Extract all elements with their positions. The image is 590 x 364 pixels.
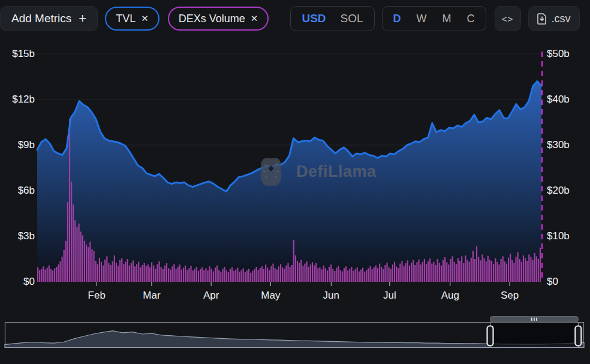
plus-icon: + (79, 12, 86, 25)
watermark-text: DefiLlama (296, 163, 377, 181)
right-axis-label: $50b (547, 48, 582, 60)
chip-dexs-volume-label: DEXs Volume (179, 13, 245, 25)
left-axis-label: $3b (0, 230, 35, 242)
currency-option-usd[interactable]: USD (302, 12, 326, 25)
x-axis-label: Sep (490, 290, 529, 302)
x-axis-label: Aug (431, 290, 469, 302)
csv-download-icon (537, 13, 547, 25)
left-axis-label: $6b (0, 185, 35, 197)
left-axis-label: $9b (0, 139, 35, 151)
x-axis-label: Mar (133, 290, 171, 302)
csv-label: .csv (552, 13, 571, 25)
interval-toggle: D W M C (382, 6, 486, 31)
defillama-watermark: DefiLlama (254, 155, 377, 188)
csv-download-button[interactable]: .csv (528, 6, 580, 31)
range-navigator[interactable] (0, 312, 590, 364)
x-axis-label: Jun (312, 290, 350, 302)
interval-option-weekly[interactable]: W (417, 13, 427, 25)
brush-handle-left (487, 326, 493, 346)
x-axis-label: Feb (77, 290, 116, 302)
defillama-chart-page: Add Metrics + TVL ✕ DEXs Volume ✕ USD SO… (0, 0, 590, 364)
right-axis-label: $0 (547, 276, 582, 288)
brush-handle-right (575, 326, 581, 346)
metric-chip-tvl[interactable]: TVL ✕ (105, 7, 159, 31)
x-axis-label: May (251, 290, 290, 302)
x-axis-ticks (97, 282, 510, 286)
embed-code-icon: <> (502, 14, 514, 24)
x-axis-label: Jul (371, 290, 409, 302)
add-metrics-label: Add Metrics (11, 12, 71, 25)
defillama-llama-icon (254, 155, 288, 188)
right-axis-label: $20b (547, 185, 582, 197)
x-axis-label: Apr (192, 290, 230, 302)
left-axis-label: $15b (0, 48, 35, 60)
metric-chip-dexs-volume[interactable]: DEXs Volume ✕ (168, 7, 269, 31)
embed-chart-button[interactable]: <> (495, 6, 521, 31)
chip-tvl-label: TVL (116, 13, 136, 25)
navigator-canvas[interactable] (0, 312, 590, 364)
right-axis-label: $10b (547, 230, 582, 242)
currency-option-sol[interactable]: SOL (341, 12, 363, 25)
add-metrics-button[interactable]: Add Metrics + (0, 6, 98, 31)
toolbar: Add Metrics + TVL ✕ DEXs Volume ✕ USD SO… (0, 6, 580, 31)
interval-option-daily[interactable]: D (393, 13, 401, 25)
interval-option-monthly[interactable]: M (442, 13, 451, 25)
close-icon[interactable]: ✕ (141, 13, 149, 24)
right-axis-label: $40b (547, 94, 582, 106)
brush-selected-region (490, 323, 579, 347)
left-axis-label: $12b (0, 94, 35, 106)
close-icon[interactable]: ✕ (251, 13, 258, 24)
main-chart[interactable]: DefiLlama $0$3b$6b$9b$12b$15b$0$10b$20b$… (0, 31, 590, 312)
interval-option-cumulative[interactable]: C (467, 13, 475, 25)
left-axis-label: $0 (0, 276, 35, 288)
right-axis-label: $30b (547, 139, 582, 151)
currency-toggle: USD SOL (290, 6, 374, 31)
